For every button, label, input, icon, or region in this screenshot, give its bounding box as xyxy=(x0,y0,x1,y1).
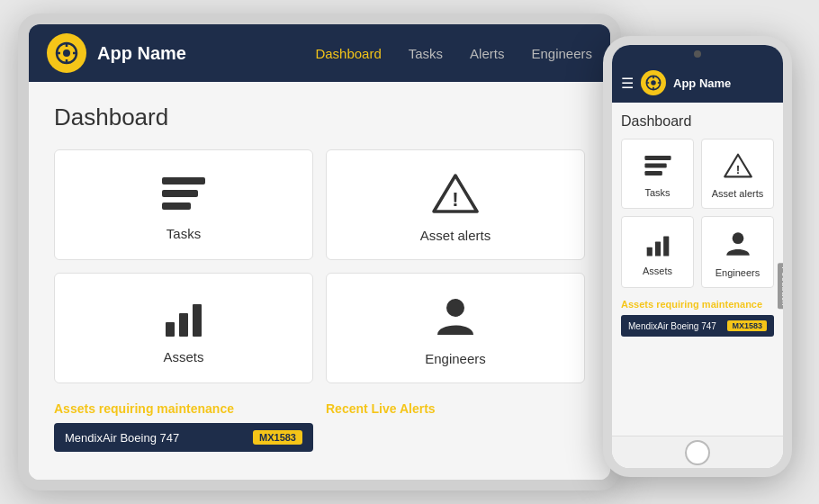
engineers-icon xyxy=(436,295,475,342)
phone-status-bar xyxy=(612,45,783,63)
phone-page-title: Dashboard xyxy=(621,113,774,130)
tablet-card-engineers-label: Engineers xyxy=(425,351,486,366)
tablet-card-alerts-label: Asset alerts xyxy=(420,228,490,243)
feedback-tab[interactable]: Feedback xyxy=(778,263,783,310)
nav-link-engineers[interactable]: Engineers xyxy=(531,46,592,61)
tablet-maintenance-section: Assets requiring maintenance MendixAir B… xyxy=(54,401,313,452)
tablet-card-assets[interactable]: Assets xyxy=(54,273,313,383)
phone-card-tasks[interactable]: Tasks xyxy=(621,139,694,209)
tablet-logo xyxy=(47,33,86,73)
svg-point-1 xyxy=(63,50,70,57)
svg-text:!: ! xyxy=(452,188,458,211)
tablet-card-assets-label: Assets xyxy=(163,349,203,364)
phone-logo-icon xyxy=(645,75,662,91)
svg-text:!: ! xyxy=(735,163,740,176)
tablet-card-tasks[interactable]: Tasks xyxy=(54,149,313,260)
phone-alert-icon: ! xyxy=(724,152,752,183)
tablet-device: App Name Dashboard Tasks Alerts Engineer… xyxy=(18,14,621,490)
svg-rect-12 xyxy=(179,313,188,337)
phone-card-alerts-label: Asset alerts xyxy=(712,188,763,199)
tablet-alerts-title: Recent Live Alerts xyxy=(326,401,585,416)
phone-card-assets-label: Assets xyxy=(643,266,672,276)
tablet-maintenance-item[interactable]: MendixAir Boeing 747 MX1583 xyxy=(54,423,313,452)
tablet-alerts-section: Recent Live Alerts xyxy=(326,401,585,452)
phone-device: ☰ App Name Dashboard xyxy=(603,36,792,477)
hamburger-icon[interactable]: ☰ xyxy=(621,75,634,92)
phone-card-tasks-label: Tasks xyxy=(644,187,670,198)
svg-rect-7 xyxy=(162,190,198,197)
svg-rect-26 xyxy=(646,248,652,256)
scene: App Name Dashboard Tasks Alerts Engineer… xyxy=(0,0,819,504)
phone-bottom-bar xyxy=(612,436,783,468)
svg-point-29 xyxy=(732,232,743,244)
phone-list-item[interactable]: MendixAir Boeing 747 MX1583 xyxy=(621,315,774,337)
phone-navbar: ☰ App Name xyxy=(612,63,783,103)
tablet-bottom-sections: Assets requiring maintenance MendixAir B… xyxy=(54,401,585,452)
svg-rect-23 xyxy=(644,171,662,176)
logo-icon xyxy=(55,41,78,65)
svg-point-14 xyxy=(446,299,464,317)
phone-app-name: App Name xyxy=(673,76,731,90)
phone-logo xyxy=(641,70,666,95)
phone-dashboard-grid: Tasks ! Asset alerts xyxy=(621,139,774,288)
svg-rect-11 xyxy=(166,322,175,337)
tablet-app-name: App Name xyxy=(97,43,186,64)
tablet-dashboard-grid: Tasks ! Asset alerts xyxy=(54,149,585,383)
phone-engineers-icon xyxy=(725,230,751,262)
phone-item-badge: MX1583 xyxy=(727,320,767,331)
nav-link-dashboard[interactable]: Dashboard xyxy=(315,46,381,61)
svg-rect-22 xyxy=(644,164,666,168)
phone-content: Dashboard Tasks xyxy=(612,103,783,436)
svg-rect-6 xyxy=(162,177,205,184)
tablet-item-badge: MX1583 xyxy=(253,430,302,445)
tablet-card-tasks-label: Tasks xyxy=(166,226,201,241)
phone-assets-icon xyxy=(644,231,672,260)
phone-card-assets[interactable]: Assets xyxy=(621,216,694,288)
svg-rect-27 xyxy=(654,242,660,256)
alert-icon: ! xyxy=(432,172,479,219)
tablet-card-engineers[interactable]: Engineers xyxy=(326,273,585,383)
tablet-maintenance-title: Assets requiring maintenance xyxy=(54,401,313,416)
tablet-content: Dashboard Tasks xyxy=(29,82,610,480)
svg-point-16 xyxy=(651,80,656,86)
tablet-navbar: App Name Dashboard Tasks Alerts Engineer… xyxy=(29,24,610,82)
tablet-card-alerts[interactable]: ! Asset alerts xyxy=(326,149,585,260)
nav-link-tasks[interactable]: Tasks xyxy=(409,46,443,61)
phone-card-engineers[interactable]: Engineers xyxy=(701,216,774,288)
tasks-icon xyxy=(158,174,209,217)
phone-item-name: MendixAir Boeing 747 xyxy=(628,321,716,331)
phone-tasks-icon xyxy=(643,153,673,182)
phone-card-alerts[interactable]: ! Asset alerts xyxy=(701,139,774,209)
nav-link-alerts[interactable]: Alerts xyxy=(470,46,504,61)
phone-section-title: Assets requiring maintenance xyxy=(621,299,774,310)
tablet-nav-links: Dashboard Tasks Alerts Engineers xyxy=(315,46,592,61)
svg-rect-8 xyxy=(162,202,191,210)
svg-rect-13 xyxy=(193,304,202,337)
tablet-screen: App Name Dashboard Tasks Alerts Engineer… xyxy=(29,24,610,480)
phone-home-button[interactable] xyxy=(685,440,710,465)
phone-card-engineers-label: Engineers xyxy=(716,267,760,278)
svg-rect-28 xyxy=(663,236,669,256)
assets-icon xyxy=(160,297,207,340)
tablet-item-name: MendixAir Boeing 747 xyxy=(65,431,179,445)
tablet-page-title: Dashboard xyxy=(54,104,585,131)
svg-rect-21 xyxy=(644,156,670,160)
phone-camera xyxy=(694,50,701,58)
